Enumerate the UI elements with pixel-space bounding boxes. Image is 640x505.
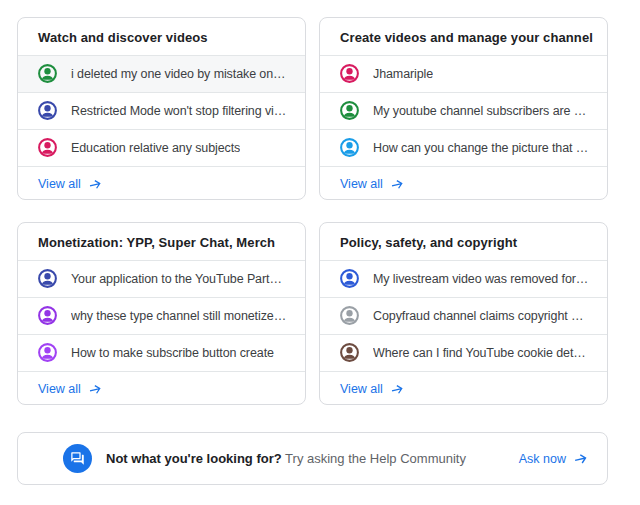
account-avatar-icon xyxy=(38,64,57,83)
banner-text: Not what you're looking for? Try asking … xyxy=(106,451,466,466)
arrow-right-icon xyxy=(388,380,406,398)
account-avatar-icon xyxy=(38,101,57,120)
category-card-create: Create videos and manage your channel Jh… xyxy=(319,17,608,200)
view-all-label: View all xyxy=(340,382,383,396)
thread-link[interactable]: Restricted Mode won't stop filtering vid… xyxy=(18,92,305,129)
thread-link[interactable]: Your application to the YouTube Partner … xyxy=(18,260,305,297)
account-avatar-icon xyxy=(38,138,57,157)
view-all-link[interactable]: View all xyxy=(38,382,103,397)
thread-link[interactable]: My livestream video was removed for Viol… xyxy=(320,260,607,297)
banner-bold-text: Not what you're looking for? xyxy=(106,451,282,466)
thread-link[interactable]: Where can I find YouTube cookie details? xyxy=(320,334,607,371)
thread-title: i deleted my one video by mistake on my … xyxy=(71,67,287,81)
thread-title: Copyfraud channel claims copyright of vi… xyxy=(373,309,589,323)
account-avatar-icon xyxy=(38,306,57,325)
help-community-banner: Not what you're looking for? Try asking … xyxy=(17,432,608,485)
question-answer-icon xyxy=(63,444,92,473)
account-avatar-icon xyxy=(38,343,57,362)
arrow-right-icon xyxy=(86,175,104,193)
thread-title: How to make subscribe button create xyxy=(71,346,274,360)
thread-link[interactable]: why these type channel still monetize wi… xyxy=(18,297,305,334)
help-topics-page: Watch and discover videos i deleted my o… xyxy=(0,0,608,485)
view-all-link[interactable]: View all xyxy=(340,177,405,192)
account-avatar-icon xyxy=(38,269,57,288)
account-avatar-icon xyxy=(340,306,359,325)
thread-link[interactable]: i deleted my one video by mistake on my … xyxy=(18,55,305,92)
category-card-policy: Policy, safety, and copyright My livestr… xyxy=(319,222,608,405)
view-all-row: View all xyxy=(320,371,607,404)
view-all-row: View all xyxy=(18,166,305,199)
card-title: Watch and discover videos xyxy=(18,18,305,55)
card-title: Monetization: YPP, Super Chat, Merch xyxy=(18,223,305,260)
thread-link[interactable]: Copyfraud channel claims copyright of vi… xyxy=(320,297,607,334)
category-grid: Watch and discover videos i deleted my o… xyxy=(17,17,608,405)
view-all-label: View all xyxy=(38,382,81,396)
arrow-right-icon xyxy=(571,449,590,468)
thread-link[interactable]: How to make subscribe button create xyxy=(18,334,305,371)
thread-title: Your application to the YouTube Partner … xyxy=(71,272,287,286)
view-all-row: View all xyxy=(18,371,305,404)
arrow-right-icon xyxy=(388,175,406,193)
account-avatar-icon xyxy=(340,269,359,288)
thread-link[interactable]: Jhamariple xyxy=(320,55,607,92)
thread-title: Restricted Mode won't stop filtering vid… xyxy=(71,104,287,118)
view-all-link[interactable]: View all xyxy=(38,177,103,192)
banner-regular-text: Try asking the Help Community xyxy=(285,451,466,466)
thread-title: Education relative any subjects xyxy=(71,141,240,155)
arrow-right-icon xyxy=(86,380,104,398)
thread-title: why these type channel still monetize wi… xyxy=(71,309,287,323)
thread-title: Where can I find YouTube cookie details? xyxy=(373,346,589,360)
thread-link[interactable]: How can you change the picture that show… xyxy=(320,129,607,166)
account-avatar-icon xyxy=(340,101,359,120)
view-all-label: View all xyxy=(340,177,383,191)
thread-title: My livestream video was removed for Viol… xyxy=(373,272,589,286)
thread-title: How can you change the picture that show… xyxy=(373,141,589,155)
account-avatar-icon xyxy=(340,64,359,83)
card-title: Policy, safety, and copyright xyxy=(320,223,607,260)
thread-link[interactable]: Education relative any subjects xyxy=(18,129,305,166)
thread-link[interactable]: My youtube channel subscribers are not g… xyxy=(320,92,607,129)
view-all-row: View all xyxy=(320,166,607,199)
account-avatar-icon xyxy=(340,138,359,157)
view-all-link[interactable]: View all xyxy=(340,382,405,397)
ask-now-link[interactable]: Ask now xyxy=(519,451,589,467)
category-card-monetization: Monetization: YPP, Super Chat, Merch You… xyxy=(17,222,306,405)
view-all-label: View all xyxy=(38,177,81,191)
account-avatar-icon xyxy=(340,343,359,362)
category-card-watch: Watch and discover videos i deleted my o… xyxy=(17,17,306,200)
card-title: Create videos and manage your channel xyxy=(320,18,607,55)
thread-title: My youtube channel subscribers are not g… xyxy=(373,104,589,118)
thread-title: Jhamariple xyxy=(373,67,433,81)
ask-now-label: Ask now xyxy=(519,452,566,466)
